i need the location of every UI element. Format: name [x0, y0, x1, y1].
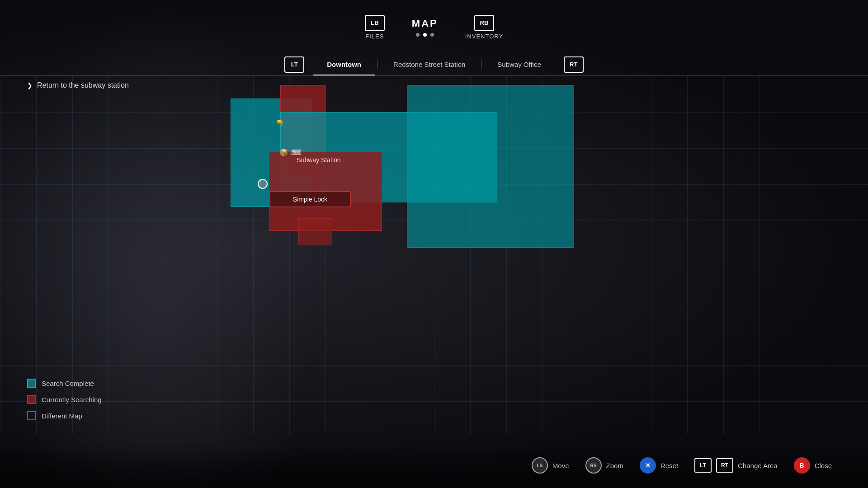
move-label: Move [552, 462, 569, 469]
top-navigation: LB FILES MAP RB INVENTORY [0, 0, 868, 54]
control-reset: ✕ Reset [640, 457, 678, 474]
map-title-section: MAP [412, 18, 438, 37]
close-label: Close [815, 462, 832, 469]
map-area-teal-3 [407, 85, 574, 248]
control-close: B Close [794, 457, 832, 474]
rb-button[interactable]: RB [474, 15, 494, 31]
control-move: LS Move [532, 457, 569, 474]
map-legend: Search Complete Currently Searching Diff… [27, 379, 102, 420]
control-change-area: LT RT Change Area [694, 458, 778, 473]
tab-redstone[interactable]: Redstone Street Station [380, 57, 479, 72]
map-container: Subway Station 📦 ⌨ 🔫 Simple Lock [0, 76, 868, 434]
tab-divider-1 [377, 60, 377, 69]
legend-currently-searching-label: Currently Searching [42, 396, 102, 404]
dot-1 [416, 33, 420, 37]
control-zoom: RS Zoom [585, 457, 623, 474]
simple-lock-tooltip: Simple Lock [269, 191, 351, 207]
bottom-controls-bar: LS Move RS Zoom ✕ Reset LT RT Change Are… [0, 443, 868, 488]
objective-arrow-icon: ❯ [27, 82, 33, 89]
map-dots [416, 33, 434, 37]
player-position-indicator [258, 179, 267, 188]
ls-button[interactable]: LS [532, 457, 548, 474]
legend-gray-box [27, 411, 36, 420]
legend-search-complete: Search Complete [27, 379, 102, 388]
zoom-label: Zoom [606, 462, 623, 469]
lt-button[interactable]: LT [284, 56, 304, 73]
ammo-map-icon: 🔫 [276, 119, 283, 126]
objective-text: ❯ Return to the subway station [27, 81, 129, 89]
rt-change-button[interactable]: RT [716, 458, 733, 473]
rt-button[interactable]: RT [564, 56, 584, 73]
inventory-label: INVENTORY [465, 33, 503, 40]
tab-downtown[interactable]: Downtown [313, 57, 375, 72]
lt-change-button[interactable]: LT [694, 458, 712, 473]
change-area-label: Change Area [738, 462, 778, 469]
inventory-nav-section[interactable]: RB INVENTORY [465, 15, 503, 40]
map-connector-bottom [298, 218, 332, 245]
tab-divider-2 [481, 60, 481, 69]
objective-label: Return to the subway station [37, 81, 129, 89]
lb-button[interactable]: LB [365, 15, 385, 31]
dot-3 [430, 33, 434, 37]
legend-search-complete-label: Search Complete [42, 380, 94, 387]
area-tabs-bar: LT Downtown Redstone Street Station Subw… [0, 53, 868, 76]
legend-teal-box [27, 379, 36, 388]
legend-different-map-label: Different Map [42, 412, 82, 420]
item-box-icon: 📦 [279, 148, 288, 157]
tab-subway-office[interactable]: Subway Office [484, 57, 554, 72]
files-label: FILES [365, 33, 384, 40]
rs-button[interactable]: RS [585, 457, 602, 474]
legend-red-box [27, 395, 36, 404]
x-button[interactable]: ✕ [640, 457, 656, 474]
legend-currently-searching: Currently Searching [27, 395, 102, 404]
legend-different-map: Different Map [27, 411, 102, 420]
dot-2 [423, 33, 427, 37]
files-nav-section[interactable]: LB FILES [365, 15, 385, 40]
map-title: MAP [412, 18, 438, 29]
typewriter-icon: ⌨ [291, 148, 302, 157]
b-button[interactable]: B [794, 457, 810, 474]
reset-label: Reset [660, 462, 678, 469]
map-icons-row: 📦 ⌨ [279, 148, 302, 157]
